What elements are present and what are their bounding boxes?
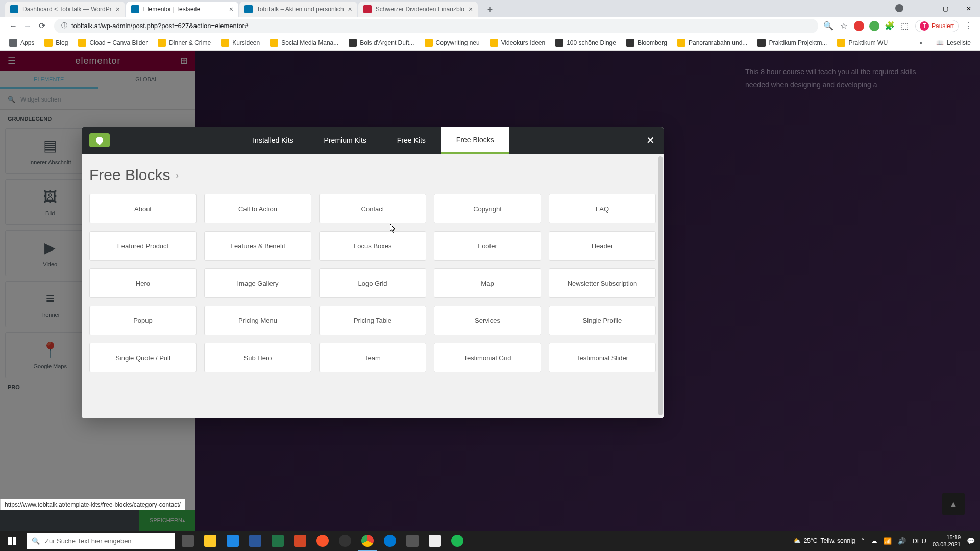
scrollbar[interactable] (658, 156, 663, 415)
weather-widget[interactable]: ⛅ 25°C Teilw. sonnig (793, 537, 855, 544)
block-testimonial-slider[interactable]: Testimonial Slider (549, 343, 656, 372)
tab-free-kits[interactable]: Free Kits (382, 127, 441, 154)
site-info-icon[interactable]: ⓘ (61, 21, 67, 30)
taskbar-app-powerpoint[interactable] (289, 531, 311, 551)
bookmark-item[interactable]: Praktikum WU (833, 37, 892, 49)
bookmark-star-icon[interactable]: ☆ (839, 21, 849, 31)
bookmark-item[interactable]: Praktikum Projektm... (753, 37, 831, 49)
bookmark-item[interactable]: Copywriting neu (421, 37, 484, 49)
bookmark-item[interactable]: Cload + Canva Bilder (74, 37, 152, 49)
taskbar-app-obs[interactable] (334, 531, 356, 551)
taskbar-app-brave[interactable] (311, 531, 334, 551)
close-icon[interactable]: × (348, 5, 352, 13)
block-image-gallery[interactable]: Image Gallery (204, 268, 311, 298)
close-modal-button[interactable]: ✕ (637, 127, 664, 154)
block-pricing-table[interactable]: Pricing Table (319, 306, 426, 335)
block-contact[interactable]: Contact (319, 194, 426, 223)
bookmark-item[interactable]: Videokurs Ideen (486, 37, 550, 49)
bookmark-item[interactable]: 100 schöne Dinge (551, 37, 620, 49)
profile-indicator-icon[interactable] (895, 4, 903, 12)
bookmarks-overflow[interactable]: » (915, 37, 927, 48)
onedrive-icon[interactable]: ☁ (871, 537, 877, 545)
volume-icon[interactable]: 🔊 (898, 537, 906, 545)
tab-title: TobiTalk – Aktien und persönlich (257, 6, 344, 13)
close-window-button[interactable]: ✕ (957, 0, 980, 17)
bookmark-item[interactable]: Kursideen (217, 37, 264, 49)
block-map[interactable]: Map (434, 268, 541, 298)
block-faq[interactable]: FAQ (549, 194, 656, 223)
extension-icon[interactable] (869, 21, 879, 31)
block-popup[interactable]: Popup (89, 306, 197, 335)
taskbar-app-chrome[interactable] (356, 531, 379, 551)
taskbar-search[interactable]: 🔍 Zur Suche Text hier eingeben (27, 533, 175, 549)
extension-icon[interactable] (854, 21, 864, 31)
bookmark-item[interactable]: Bois d'Argent Duft... (345, 37, 418, 49)
block-testimonial-grid[interactable]: Testimonial Grid (434, 343, 541, 372)
taskbar-app-notepad[interactable] (424, 531, 446, 551)
browser-tab[interactable]: TobiTalk – Aktien und persönlich × (239, 2, 357, 17)
minimize-button[interactable]: — (911, 0, 934, 17)
network-icon[interactable]: 📶 (884, 537, 892, 545)
system-tray: ⛅ 25°C Teilw. sonnig ˄ ☁ 📶 🔊 DEU 15:19 0… (788, 534, 980, 548)
bookmark-item[interactable]: Social Media Mana... (266, 37, 342, 49)
block-footer[interactable]: Footer (434, 231, 541, 261)
block-about[interactable]: About (89, 194, 197, 223)
bookmark-item[interactable]: Bloomberg (622, 37, 671, 49)
notifications-icon[interactable]: 💬 (967, 537, 975, 545)
block-team[interactable]: Team (319, 343, 426, 372)
block-call-to-action[interactable]: Call to Action (204, 194, 311, 223)
bookmark-item[interactable]: Blog (40, 37, 72, 49)
block-copyright[interactable]: Copyright (434, 194, 541, 223)
start-button[interactable] (0, 531, 24, 551)
block-logo-grid[interactable]: Logo Grid (319, 268, 426, 298)
taskbar-app-excel[interactable] (266, 531, 289, 551)
block-pricing-menu[interactable]: Pricing Menu (204, 306, 311, 335)
tab-free-blocks[interactable]: Free Blocks (441, 127, 509, 154)
block-features-benefit[interactable]: Features & Benefit (204, 231, 311, 261)
reload-button[interactable]: ⟳ (35, 19, 49, 33)
new-tab-button[interactable]: + (483, 3, 497, 17)
block-single-profile[interactable]: Single Profile (549, 306, 656, 335)
apps-button[interactable]: Apps (5, 37, 38, 49)
taskbar-app[interactable] (401, 531, 424, 551)
block-header[interactable]: Header (549, 231, 656, 261)
clock[interactable]: 15:19 03.08.2021 (933, 534, 961, 548)
close-icon[interactable]: × (229, 5, 233, 13)
menu-icon[interactable]: ⋮ (964, 21, 974, 31)
block-services[interactable]: Services (434, 306, 541, 335)
close-icon[interactable]: × (116, 5, 120, 13)
url-input[interactable]: ⓘ tobitalk.at/wp-admin/post.php?post=627… (54, 19, 818, 33)
language-indicator[interactable]: DEU (912, 537, 926, 545)
extension-icon[interactable]: ⬚ (900, 21, 910, 31)
browser-tab[interactable]: Dashboard < TobiTalk — WordPr × (5, 2, 125, 17)
maximize-button[interactable]: ▢ (934, 0, 957, 17)
taskbar-app-explorer[interactable] (199, 531, 222, 551)
block-single-quote[interactable]: Single Quote / Pull (89, 343, 197, 372)
tab-installed-kits[interactable]: Installed Kits (237, 127, 308, 154)
modal-body: Free Blocks › About Call to Action Conta… (82, 154, 664, 418)
taskbar-app-spotify[interactable] (446, 531, 469, 551)
block-focus-boxes[interactable]: Focus Boxes (319, 231, 426, 261)
taskbar-app-edge[interactable] (379, 531, 401, 551)
block-featured-product[interactable]: Featured Product (89, 231, 197, 261)
block-hero[interactable]: Hero (89, 268, 197, 298)
close-icon[interactable]: × (469, 5, 473, 13)
profile-button[interactable]: T Pausiert (915, 20, 959, 32)
browser-tab[interactable]: Schweizer Dividenden Finanzblo × (358, 2, 478, 17)
taskbar-app-word[interactable] (244, 531, 266, 551)
bookmark-item[interactable]: Panoramabahn und... (673, 37, 751, 49)
back-button[interactable]: ← (6, 19, 20, 33)
bookmark-item[interactable]: Dinner & Crime (154, 37, 215, 49)
browser-tab-active[interactable]: Elementor | Testseite × (126, 2, 238, 17)
block-newsletter[interactable]: Newsletter Subscription (549, 268, 656, 298)
task-view-button[interactable] (177, 531, 199, 551)
tray-chevron-icon[interactable]: ˄ (861, 537, 865, 545)
readlist-button[interactable]: 📖Leseliste (932, 37, 975, 48)
extensions-puzzle-icon[interactable]: 🧩 (885, 21, 895, 31)
block-sub-hero[interactable]: Sub Hero (204, 343, 311, 372)
tab-premium-kits[interactable]: Premium Kits (309, 127, 382, 154)
forward-button[interactable]: → (20, 19, 35, 33)
notepad-icon (429, 535, 441, 547)
taskbar-app-mail[interactable] (222, 531, 244, 551)
zoom-icon[interactable]: 🔍 (823, 21, 834, 31)
